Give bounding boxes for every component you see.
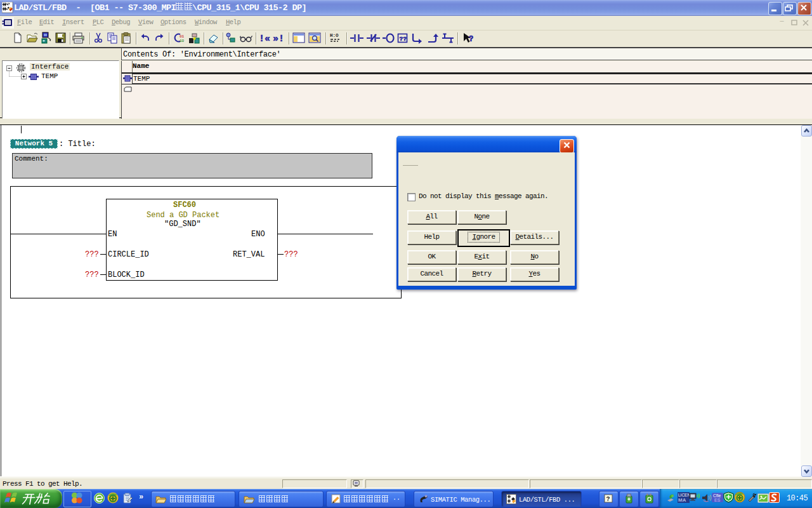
- svg-text:10: 10: [180, 39, 185, 43]
- svg-text:??: ??: [400, 36, 407, 43]
- svg-text:H:O: H:O: [330, 33, 339, 38]
- svg-text:?: ?: [469, 35, 473, 44]
- svg-text:LICEN: LICEN: [678, 493, 690, 497]
- svg-text:ES: ES: [714, 498, 721, 502]
- svg-text:Cfle: Cfle: [713, 493, 721, 498]
- svg-text:MA: MA: [678, 497, 686, 503]
- svg-text:?: ?: [606, 496, 610, 503]
- svg-text:01: 01: [180, 34, 185, 39]
- svg-text:!«: !«: [259, 34, 270, 44]
- svg-text:»!: »!: [273, 34, 284, 44]
